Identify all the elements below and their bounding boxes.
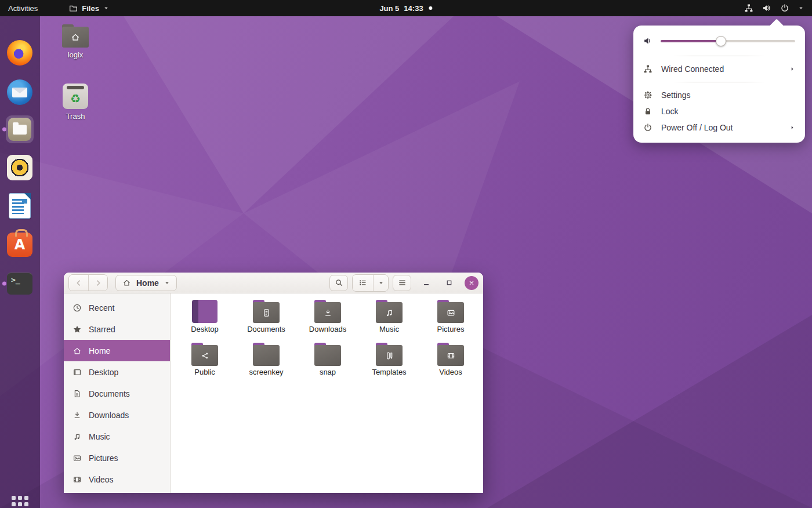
folder-icon (191, 343, 218, 366)
volume-slider-handle[interactable] (716, 36, 726, 46)
sidebar-item-home[interactable]: Home (64, 340, 170, 361)
home-icon (122, 278, 131, 287)
activities-button[interactable]: Activities (0, 0, 46, 16)
sidebar-item-videos[interactable]: Videos (64, 469, 170, 490)
dock-item-libreoffice-writer[interactable] (6, 192, 34, 220)
location-button[interactable]: Home (115, 275, 177, 291)
star-icon (72, 325, 82, 334)
back-button[interactable] (69, 275, 88, 291)
power-icon (643, 123, 653, 132)
folder-icon (437, 343, 464, 366)
clock-label: Jun 514:33 (379, 4, 423, 13)
folder-icon (314, 300, 341, 323)
folder-item-music[interactable]: Music (358, 298, 420, 341)
dock-item-firefox[interactable] (6, 39, 34, 67)
desktop-icon-logix[interactable]: logix (53, 24, 97, 59)
menu-item-label: Lock (661, 107, 679, 116)
location-label: Home (136, 278, 159, 288)
minimize-button[interactable] (419, 276, 433, 290)
dock-item-rhythmbox[interactable] (6, 154, 34, 182)
recycle-glyph: ♻ (70, 92, 81, 106)
folder-item-downloads[interactable]: Downloads (297, 298, 358, 341)
volume-slider[interactable] (661, 40, 795, 42)
folder-item-documents[interactable]: Documents (235, 298, 297, 341)
dock-item-files[interactable] (6, 115, 34, 143)
menu-item-lock[interactable]: Lock (633, 103, 805, 119)
pictures-icon (72, 453, 82, 463)
libreoffice-writer-icon (9, 193, 31, 219)
menu-item-label: Power Off / Log Out (661, 123, 733, 132)
view-options-dropdown[interactable] (373, 275, 388, 291)
running-indicator (2, 282, 6, 286)
sidebar-item-documents[interactable]: Documents (64, 383, 170, 404)
top-bar-left: Activities Files (0, 0, 116, 16)
forward-button[interactable] (88, 275, 107, 291)
notification-dot (429, 6, 433, 10)
search-button[interactable] (329, 275, 348, 291)
submenu-arrow-icon (789, 66, 795, 72)
sidebar-item-music[interactable]: Music (64, 426, 170, 447)
sidebar-item-downloads[interactable]: Downloads (64, 404, 170, 426)
menu-item-wired-connected[interactable]: Wired Connected (633, 61, 805, 77)
sidebar-item-desktop[interactable]: Desktop (64, 361, 170, 383)
folder-item-screenkey[interactable]: screenkey (235, 341, 297, 384)
submenu-arrow-icon (789, 125, 795, 130)
desktop-folder-icon (192, 300, 217, 323)
sidebar-item-pictures[interactable]: Pictures (64, 447, 170, 469)
network-wired-icon (744, 3, 753, 13)
thunderbird-icon (7, 79, 32, 105)
nav-button-group (68, 274, 108, 291)
system-tray-button[interactable] (736, 0, 812, 16)
terminal-icon: >_ (7, 273, 32, 295)
volume-icon (762, 3, 771, 13)
top-bar: Activities Files Jun 514:33 (0, 0, 812, 16)
power-icon (780, 3, 789, 13)
dock-item-thunderbird[interactable] (6, 78, 34, 106)
folder-item-snap[interactable]: snap (297, 341, 358, 384)
desktop-icon-trash[interactable]: ♻ Trash (53, 84, 97, 121)
view-toggle-split-button (352, 274, 389, 292)
sidebar-item-recent[interactable]: Recent (64, 297, 170, 318)
list-view-button[interactable] (353, 275, 373, 291)
maximize-button[interactable] (442, 276, 456, 290)
home-icon (72, 346, 82, 355)
music-icon (72, 432, 82, 441)
menu-separator (673, 56, 766, 56)
folder-icon (376, 343, 403, 366)
window-controls (419, 276, 478, 290)
show-apps-button[interactable] (6, 490, 34, 508)
folder-item-desktop[interactable]: Desktop (174, 298, 235, 341)
menu-item-settings[interactable]: Settings (633, 87, 805, 103)
system-menu: Wired Connected Settings Lock Pow (633, 26, 805, 143)
network-wired-icon (643, 64, 653, 74)
recent-icon (72, 303, 82, 313)
app-menu-button[interactable]: Files (62, 0, 116, 16)
dock-item-terminal[interactable]: >_ (6, 270, 34, 297)
menu-item-power-off-log-out[interactable]: Power Off / Log Out (633, 119, 805, 136)
dock-item-ubuntu-software[interactable]: A (6, 230, 34, 257)
chevron-down-icon (164, 280, 170, 286)
menu-item-label: Settings (661, 90, 691, 100)
clock-button[interactable]: Jun 514:33 (379, 0, 432, 16)
folder-item-public[interactable]: Public (174, 341, 235, 384)
folder-icon (437, 300, 464, 323)
home-folder-icon (62, 24, 89, 48)
volume-row (633, 33, 805, 51)
rhythmbox-icon (7, 155, 32, 180)
headerbar: Home (64, 273, 483, 293)
sidebar-item-starred[interactable]: Starred (64, 318, 170, 340)
desktop-icon (72, 368, 82, 377)
desktop-icon-label: logix (68, 50, 84, 59)
gear-icon (643, 90, 653, 100)
chevron-down-icon (103, 5, 109, 11)
downloads-icon (72, 411, 82, 420)
folder-item-templates[interactable]: Templates (358, 341, 420, 384)
folder-item-videos[interactable]: Videos (420, 341, 481, 384)
folder-item-pictures[interactable]: Pictures (420, 298, 481, 341)
hamburger-menu-button[interactable] (393, 275, 411, 291)
documents-icon (72, 389, 82, 398)
volume-icon (643, 36, 653, 46)
volume-slider-fill (661, 40, 721, 42)
app-menu-label: Files (82, 4, 99, 13)
close-button[interactable] (465, 276, 478, 290)
